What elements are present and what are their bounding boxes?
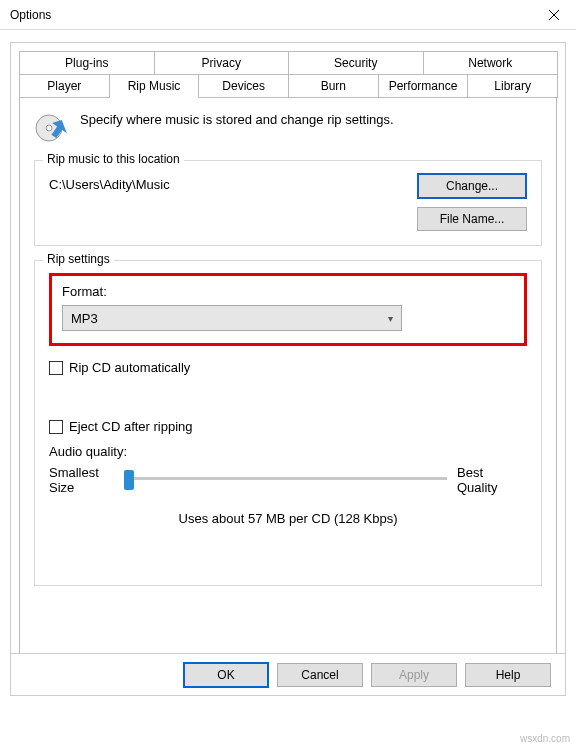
group-rip-settings-title: Rip settings — [43, 252, 114, 266]
apply-button[interactable]: Apply — [371, 663, 457, 687]
format-value: MP3 — [71, 311, 98, 326]
audio-quality-section: Audio quality: Smallest Size Best Qualit… — [49, 444, 527, 526]
tab-panel-rip-music: Specify where music is stored and change… — [19, 97, 557, 673]
tab-library[interactable]: Library — [467, 74, 558, 98]
panel-description: Specify where music is stored and change… — [80, 110, 394, 127]
eject-checkbox[interactable] — [49, 420, 63, 434]
tab-security[interactable]: Security — [288, 51, 424, 74]
rip-auto-label: Rip CD automatically — [69, 360, 190, 375]
panel-header: Specify where music is stored and change… — [34, 110, 542, 146]
ok-button[interactable]: OK — [183, 662, 269, 688]
file-name-button[interactable]: File Name... — [417, 207, 527, 231]
cancel-button[interactable]: Cancel — [277, 663, 363, 687]
tab-network[interactable]: Network — [423, 51, 559, 74]
rip-auto-row[interactable]: Rip CD automatically — [49, 360, 527, 375]
audio-quality-slider[interactable] — [129, 477, 447, 480]
tab-row-top: Plug-ins Privacy Security Network — [19, 51, 557, 74]
tab-privacy[interactable]: Privacy — [154, 51, 290, 74]
tab-rip-music[interactable]: Rip Music — [109, 74, 200, 98]
group-rip-location-title: Rip music to this location — [43, 152, 184, 166]
cd-rip-icon — [34, 110, 70, 146]
eject-label: Eject CD after ripping — [69, 419, 193, 434]
format-label: Format: — [62, 284, 514, 299]
dialog-footer: OK Cancel Apply Help — [11, 653, 565, 695]
format-dropdown[interactable]: MP3 ▾ — [62, 305, 402, 331]
audio-quality-info: Uses about 57 MB per CD (128 Kbps) — [49, 511, 527, 526]
watermark: wsxdn.com — [520, 733, 570, 744]
window-title: Options — [10, 8, 531, 22]
tab-row-bottom: Player Rip Music Devices Burn Performanc… — [19, 74, 557, 98]
tab-player[interactable]: Player — [19, 74, 110, 98]
audio-quality-label: Audio quality: — [49, 444, 527, 459]
close-button[interactable] — [531, 0, 576, 30]
tab-performance[interactable]: Performance — [378, 74, 469, 98]
eject-row[interactable]: Eject CD after ripping — [49, 419, 527, 434]
close-icon — [549, 10, 559, 20]
aq-min-label: Smallest Size — [49, 465, 119, 495]
options-dialog: Plug-ins Privacy Security Network Player… — [10, 42, 566, 696]
rip-location-path: C:\Users\Adity\Music — [49, 173, 170, 192]
tab-devices[interactable]: Devices — [198, 74, 289, 98]
group-rip-location: Rip music to this location C:\Users\Adit… — [34, 160, 542, 246]
rip-auto-checkbox[interactable] — [49, 361, 63, 375]
aq-max-label: Best Quality — [457, 465, 527, 495]
tabstrip: Plug-ins Privacy Security Network Player… — [19, 51, 557, 98]
help-button[interactable]: Help — [465, 663, 551, 687]
tab-plugins[interactable]: Plug-ins — [19, 51, 155, 74]
slider-thumb[interactable] — [124, 470, 134, 490]
group-rip-settings: Rip settings Format: MP3 ▾ Rip CD automa… — [34, 260, 542, 586]
tab-burn[interactable]: Burn — [288, 74, 379, 98]
svg-point-3 — [46, 125, 52, 131]
chevron-down-icon: ▾ — [388, 313, 393, 324]
titlebar: Options — [0, 0, 576, 30]
format-highlight: Format: MP3 ▾ — [49, 273, 527, 346]
change-button[interactable]: Change... — [417, 173, 527, 199]
